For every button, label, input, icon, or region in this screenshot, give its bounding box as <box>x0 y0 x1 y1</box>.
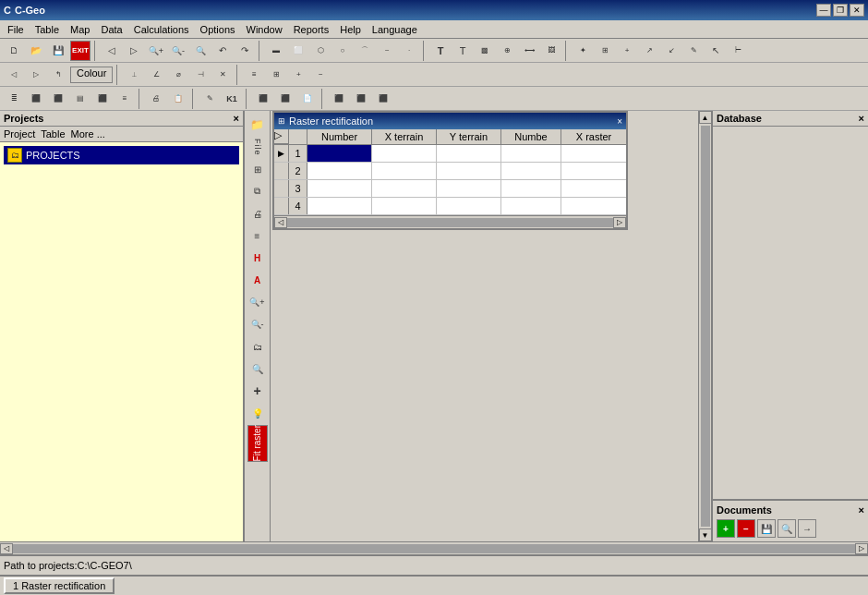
menu-map[interactable]: Map <box>65 22 95 37</box>
dim-button[interactable]: ⟷ <box>519 41 539 61</box>
cell-2-4[interactable] <box>501 163 561 179</box>
tab-more[interactable]: More ... <box>71 128 105 140</box>
cell-4-5[interactable] <box>561 198 626 214</box>
cell-1-1[interactable] <box>307 145 372 162</box>
cell-1-4[interactable] <box>501 145 561 162</box>
vt-folder[interactable]: 📁 <box>247 115 268 135</box>
cell-3-5[interactable] <box>561 180 626 197</box>
tab-project[interactable]: Project <box>4 128 35 140</box>
zoom-in-button[interactable]: 🔍+ <box>146 41 166 61</box>
poly-button[interactable]: ⬡ <box>310 41 331 61</box>
measure-button[interactable]: ⊢ <box>728 41 748 61</box>
vscroll-up[interactable]: ▲ <box>699 111 712 124</box>
raster-window-close[interactable]: × <box>617 116 622 127</box>
circle-button[interactable]: ○ <box>332 41 353 61</box>
tab-table[interactable]: Table <box>41 128 65 140</box>
cell-2-3[interactable] <box>437 163 501 179</box>
menu-help[interactable]: Help <box>334 22 367 37</box>
tb3-k1[interactable]: K1 <box>222 89 242 109</box>
doc-remove-button[interactable]: − <box>737 519 755 538</box>
tb3-b1[interactable]: ≣ <box>4 89 24 109</box>
cell-4-3[interactable] <box>437 198 501 214</box>
tb3-b5[interactable]: ⬛ <box>92 89 113 109</box>
tb2-b8[interactable]: ⊞ <box>266 65 286 85</box>
tb3-b12[interactable]: 📄 <box>297 89 318 109</box>
text-t-button[interactable]: T <box>430 41 451 61</box>
vt-grid[interactable]: ⊞ <box>247 159 268 179</box>
select-button[interactable]: ▬ <box>266 41 286 61</box>
tb2-b4[interactable]: ⌀ <box>168 65 188 85</box>
tree-projects-root[interactable]: 🗂 PROJECTS <box>4 146 239 164</box>
restore-button[interactable]: ❐ <box>833 4 848 17</box>
vt-raster[interactable]: Fit raster <box>247 425 268 462</box>
vt-copy[interactable]: ⧉ <box>247 181 268 201</box>
open-button[interactable]: 📂 <box>26 41 46 61</box>
tb2-b1[interactable]: ↰ <box>48 65 68 85</box>
back-button[interactable]: ◁ <box>102 41 122 61</box>
rect-button[interactable]: ⬜ <box>288 41 308 61</box>
tb2-b3[interactable]: ∠ <box>146 65 166 85</box>
cell-1-2[interactable] <box>372 145 437 162</box>
arc-button[interactable]: ⌒ <box>355 41 375 61</box>
text-t2-button[interactable]: T <box>452 41 473 61</box>
cell-1-5[interactable] <box>561 145 626 162</box>
vt-a[interactable]: A <box>247 270 268 290</box>
new-button[interactable]: 🗋 <box>4 41 24 61</box>
forward-button[interactable]: ▷ <box>124 41 144 61</box>
vt-lines[interactable]: ≡ <box>247 225 268 246</box>
vt-plus[interactable]: + <box>247 381 268 401</box>
tb2-b6[interactable]: ✕ <box>212 65 233 85</box>
snap-button[interactable]: ⊞ <box>595 41 615 61</box>
tb3-b4[interactable]: ▤ <box>70 89 90 109</box>
cell-3-4[interactable] <box>501 180 561 197</box>
cell-4-2[interactable] <box>372 198 437 214</box>
wave-button[interactable]: ~ <box>377 41 397 61</box>
vt-file-text[interactable]: File <box>247 137 268 157</box>
arrow-button[interactable]: ↗ <box>639 41 659 61</box>
vscroll-track[interactable] <box>701 126 710 527</box>
tb2-b5[interactable]: ⊣ <box>190 65 211 85</box>
menu-language[interactable]: Language <box>367 22 423 37</box>
menu-calculations[interactable]: Calculations <box>128 22 195 37</box>
bottom-hscroll-track[interactable] <box>13 544 855 553</box>
doc-arrow-button[interactable]: → <box>798 519 816 538</box>
tb3-b9[interactable]: ✎ <box>199 89 220 109</box>
cell-2-2[interactable] <box>372 163 437 179</box>
task-raster-rectification[interactable]: 1 Raster rectification <box>4 577 115 594</box>
vt-zoom-out[interactable]: 🔍- <box>247 314 268 334</box>
tb2-b2[interactable]: ⟂ <box>124 65 144 85</box>
tb3-b3[interactable]: ⬛ <box>48 89 68 109</box>
tb3-b15[interactable]: ⬛ <box>373 89 393 109</box>
menu-reports[interactable]: Reports <box>288 22 335 37</box>
documents-close[interactable]: × <box>859 504 864 516</box>
arrow2-button[interactable]: ↙ <box>661 41 681 61</box>
minimize-button[interactable]: — <box>816 4 831 17</box>
sym-button[interactable]: ⊕ <box>497 41 517 61</box>
tb2-b10[interactable]: − <box>310 65 331 85</box>
zoom-out-button[interactable]: 🔍- <box>168 41 188 61</box>
menu-data[interactable]: Data <box>95 22 127 37</box>
vt-layers[interactable]: 🗂 <box>247 336 268 357</box>
vt-zoom-in[interactable]: 🔍+ <box>247 292 268 312</box>
menu-table[interactable]: Table <box>30 22 65 37</box>
fill-button[interactable]: ▩ <box>475 41 495 61</box>
vt-bulb[interactable]: 💡 <box>247 403 268 423</box>
menu-file[interactable]: File <box>2 22 30 37</box>
doc-search-button[interactable]: 🔍 <box>778 519 796 538</box>
cell-2-1[interactable] <box>307 163 372 179</box>
tb2-b9[interactable]: + <box>288 65 308 85</box>
cell-3-1[interactable] <box>307 180 372 197</box>
exit-button[interactable]: EXIT <box>70 41 90 61</box>
save-button[interactable]: 💾 <box>48 41 68 61</box>
vt-search[interactable]: 🔍 <box>247 358 268 379</box>
zoom-fit-button[interactable]: 🔍 <box>190 41 211 61</box>
bottom-hscroll-left[interactable]: ◁ <box>0 543 13 554</box>
node-button[interactable]: ✦ <box>573 41 593 61</box>
cell-1-3[interactable] <box>437 145 501 162</box>
colour-button[interactable]: Colour <box>70 67 113 83</box>
vscroll-down[interactable]: ▼ <box>699 528 712 541</box>
img-button[interactable]: 🖼 <box>541 41 561 61</box>
tb2-back[interactable]: ◁ <box>4 65 24 85</box>
left-panel-close[interactable]: × <box>234 113 239 124</box>
tb3-b10[interactable]: ⬛ <box>253 89 273 109</box>
